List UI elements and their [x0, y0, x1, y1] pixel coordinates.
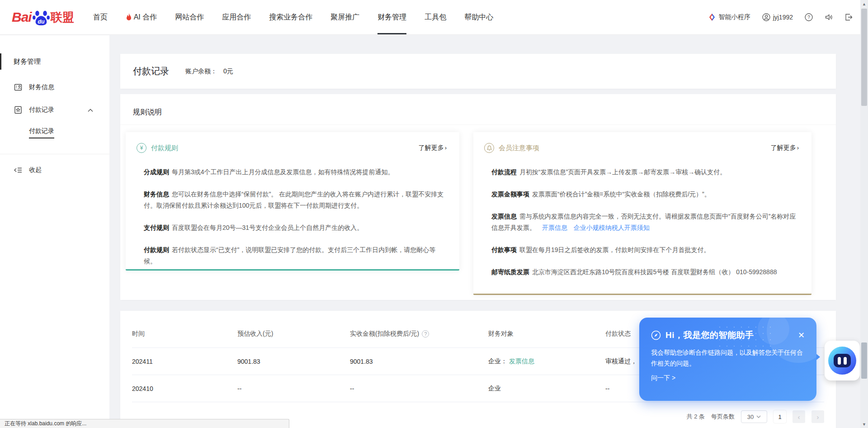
next-page-button[interactable]: ›: [811, 410, 824, 423]
member-notice-card: 会员注意事项 了解更多› 付款流程月初按“发票信息”页面开具发票→上传发票→邮寄…: [473, 132, 811, 295]
close-icon[interactable]: ✕: [798, 331, 805, 339]
prev-page-button[interactable]: ‹: [793, 410, 805, 423]
page-number-button[interactable]: 1: [774, 410, 786, 423]
svg-text:?: ?: [807, 15, 810, 20]
cell-period: 202411: [132, 358, 237, 365]
sidebar-item-finance-info[interactable]: 财务信息: [0, 76, 109, 99]
bell-icon: [484, 143, 494, 153]
invoice-info-table-link[interactable]: 发票信息: [509, 357, 534, 365]
rules-row: ¥ 付款规则 了解更多› 分成规则每月第3或4个工作日产出上月分成信息及发票信息…: [120, 125, 836, 295]
sidebar-section-label: 财务管理: [14, 57, 41, 66]
info-tooltip-icon[interactable]: ?: [422, 330, 429, 338]
compass-icon: [651, 330, 661, 340]
logout-icon[interactable]: [844, 13, 853, 21]
nav-item-home[interactable]: 首页: [93, 0, 108, 34]
cell-finance-target: 企业: [488, 385, 605, 393]
scrollbar-secondary-thumb: [861, 342, 867, 379]
member-notice-header: 会员注意事项 了解更多›: [473, 132, 811, 153]
user-account[interactable]: jyj1992: [762, 13, 793, 21]
chevron-right-icon: ›: [445, 144, 447, 151]
balance-label: 账户余额：: [185, 67, 217, 75]
browser-status-bar: 正在等待 xlab.baidu.com 的响应...: [0, 419, 289, 428]
nav-item-toolkit[interactable]: 工具包: [425, 0, 446, 34]
col-header-estimated: 预估收入(元): [237, 330, 350, 338]
rule-item: 付款规则若付款状态显示“已支付”，说明联盟已安排了您的付款。支付后三个工作日内到…: [144, 244, 446, 267]
notice-item: 邮寄纸质发票北京市海淀区西北旺东路10号院百度科技园5号楼 百度联盟财务组（收）…: [491, 266, 798, 278]
coin-icon: ¥: [137, 143, 146, 153]
top-navigation: Bai du 联盟 首页 AI 合作 网站合作 应用合作 搜索业务合作 聚屏推广…: [0, 0, 868, 35]
scrollbar-thumb[interactable]: [861, 9, 867, 106]
assistant-popup: Hi，我是您的智能助手 ✕ 我会帮助您诊断合作链路问题，以及解答您关于任何合作相…: [639, 318, 816, 401]
nav-item-app[interactable]: 应用合作: [222, 0, 251, 34]
nav-item-finance[interactable]: 财务管理: [377, 0, 406, 34]
rule-item: 分成规则每月第3或4个工作日产出上月分成信息及发票信息，如有特殊情况将提前通知。: [144, 166, 446, 178]
ask-now-link[interactable]: 问一下 >: [651, 374, 805, 382]
assistant-header: Hi，我是您的智能助手 ✕: [651, 329, 805, 341]
rules-card: 规则说明 ¥ 付款规则 了解更多› 分成规则每月第3或4个工作日产出上月分成信息…: [120, 94, 836, 300]
flame-icon: [126, 13, 132, 21]
sidebar-item-payment-records[interactable]: 付款记录: [0, 99, 109, 121]
sidebar-section-finance[interactable]: 财务管理: [0, 47, 109, 76]
cell-received: --: [350, 385, 488, 392]
topbar-right: 智能小程序 jyj1992 ?: [708, 13, 853, 21]
finance-info-icon: [14, 83, 23, 92]
payment-rules-body: 分成规则每月第3或4个工作日产出上月分成信息及发票信息，如有特殊情况将提前通知。…: [126, 153, 459, 267]
sidebar: 财务管理 财务信息 付款记录 付款记录 收起: [0, 35, 109, 428]
nav-item-help-center[interactable]: 帮助中心: [464, 0, 493, 34]
col-header-time: 时间: [132, 330, 237, 338]
user-icon: [762, 13, 770, 21]
chevron-right-icon: ›: [797, 144, 799, 151]
notice-item: 发票金额事项发票票面“价税合计”金额=系统中“实收金额（扣除税费后/元）”。: [491, 189, 798, 200]
miniapp-entry[interactable]: 智能小程序: [708, 13, 750, 21]
baidu-paw-icon: du: [33, 9, 50, 26]
notice-item: 发票信息需与系统内发票信息内容完全一致，否则无法支付。请根据发票信息页面中“百度…: [491, 211, 798, 233]
rule-item: 支付规则百度联盟会在每月20号—31号支付企业会员上个自然月产生的收入。: [144, 222, 446, 233]
sidebar-item-label: 财务信息: [29, 83, 54, 91]
notice-item: 付款流程月初按“发票信息”页面开具发票→上传发票→邮寄发票→审核→确认支付。: [491, 166, 798, 178]
col-header-finance-target: 财务对象: [488, 330, 605, 338]
nav-item-ai[interactable]: AI 合作: [126, 0, 157, 34]
robot-icon: [828, 347, 856, 375]
col-header-received: 实收金额(扣除税费后/元) ?: [350, 330, 488, 338]
logo-text-union: 联盟: [51, 10, 74, 25]
payment-records-icon: [14, 105, 23, 114]
rules-section-title: 规则说明: [120, 94, 836, 125]
nav-item-juping[interactable]: 聚屏推广: [330, 0, 359, 34]
scrollbar[interactable]: ▲ ▼: [860, 0, 868, 428]
sidebar-item-label: 付款记录: [29, 106, 54, 114]
member-notice-body: 付款流程月初按“发票信息”页面开具发票→上传发票→邮寄发票→审核→确认支付。 发…: [473, 153, 811, 278]
cell-estimated: 9001.83: [237, 358, 350, 365]
total-count: 共 2 条: [687, 413, 705, 421]
small-taxpayer-guide-link[interactable]: 企业小规模纳税人开票须知: [574, 224, 650, 231]
cell-estimated: --: [237, 385, 350, 392]
assistant-message: 我会帮助您诊断合作链路问题，以及解答您关于任何合作相关的问题。: [651, 347, 805, 369]
nav-item-website[interactable]: 网站合作: [175, 0, 204, 34]
scroll-up-arrow[interactable]: ▲: [860, 0, 868, 8]
per-page-label: 每页条数: [711, 413, 735, 421]
cell-period: 202410: [132, 385, 237, 392]
invoice-info-link[interactable]: 开票信息: [542, 224, 567, 231]
per-page-select[interactable]: 30: [741, 410, 767, 423]
member-notice-title: 会员注意事项: [499, 144, 539, 152]
payment-rules-card: ¥ 付款规则 了解更多› 分成规则每月第3或4个工作日产出上月分成信息及发票信息…: [126, 132, 459, 271]
baidu-union-logo[interactable]: Bai du 联盟: [12, 9, 74, 26]
chevron-down-icon: [756, 415, 761, 418]
sound-icon[interactable]: [825, 13, 833, 21]
chevron-up-icon[interactable]: [88, 106, 93, 114]
sidebar-active-indicator: [0, 53, 1, 70]
scroll-down-arrow[interactable]: ▼: [860, 420, 868, 428]
help-icon[interactable]: ?: [805, 13, 813, 21]
logo-text-bai: Bai: [12, 10, 32, 25]
learn-more-link-left[interactable]: 了解更多›: [419, 144, 447, 152]
sidebar-collapse-button[interactable]: 收起: [0, 158, 109, 182]
assistant-avatar-button[interactable]: [825, 341, 860, 380]
svg-text:du: du: [38, 19, 45, 25]
assistant-title: Hi，我是您的智能助手: [665, 329, 754, 341]
sidebar-subitem-payment-records[interactable]: 付款记录: [0, 121, 109, 144]
nav-item-search-business[interactable]: 搜索业务合作: [269, 0, 312, 34]
page-title: 付款记录: [133, 65, 169, 77]
cell-finance-target: 企业： 发票信息: [488, 357, 605, 366]
sidebar-divider: [0, 154, 109, 154]
learn-more-link-right[interactable]: 了解更多›: [771, 144, 799, 152]
collapse-label: 收起: [29, 166, 42, 174]
